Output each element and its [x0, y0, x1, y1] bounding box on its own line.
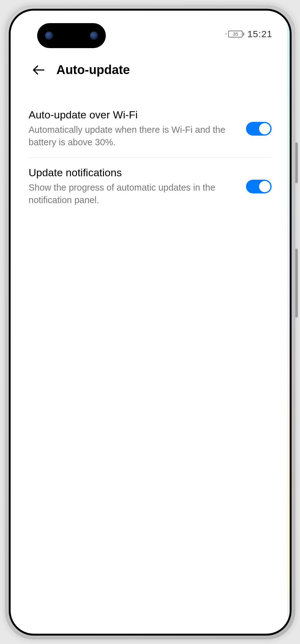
setting-text-block: Update notifications Show the progress o… — [29, 167, 237, 207]
setting-update-notifications[interactable]: Update notifications Show the progress o… — [29, 159, 272, 214]
curved-edge-reflection — [287, 11, 290, 634]
phone-frame: 35 15:21 Auto-update — [5, 5, 295, 639]
page-title: Auto-update — [57, 63, 130, 77]
page-header: Auto-update — [31, 62, 269, 78]
camera-lens-right — [90, 32, 98, 40]
setting-text-block: Auto-update over Wi-Fi Automatically upd… — [29, 109, 237, 149]
back-button[interactable] — [31, 62, 47, 78]
battery-indicator: 35 — [226, 31, 244, 37]
setting-description: Automatically update when there is Wi-Fi… — [29, 123, 237, 149]
clock-time: 15:21 — [247, 29, 272, 39]
toggle-update-notifications[interactable] — [246, 180, 272, 193]
signal-dot — [226, 33, 227, 34]
divider — [29, 157, 272, 158]
battery-percent: 35 — [233, 31, 238, 37]
arrow-left-icon — [32, 63, 46, 77]
battery-tip-icon — [243, 32, 244, 36]
camera-cutout — [37, 23, 106, 48]
camera-lens-left — [45, 32, 53, 40]
status-bar: 35 15:21 — [226, 29, 272, 39]
settings-list: Auto-update over Wi-Fi Automatically upd… — [29, 101, 272, 214]
battery-icon: 35 — [228, 31, 243, 37]
screen: 35 15:21 Auto-update — [11, 11, 290, 634]
setting-auto-update-wifi[interactable]: Auto-update over Wi-Fi Automatically upd… — [29, 101, 272, 156]
setting-description: Show the progress of automatic updates i… — [29, 181, 237, 207]
setting-title: Auto-update over Wi-Fi — [29, 109, 237, 121]
phone-bezel: 35 15:21 Auto-update — [9, 9, 292, 636]
setting-title: Update notifications — [29, 167, 237, 179]
toggle-auto-update-wifi[interactable] — [246, 122, 272, 136]
